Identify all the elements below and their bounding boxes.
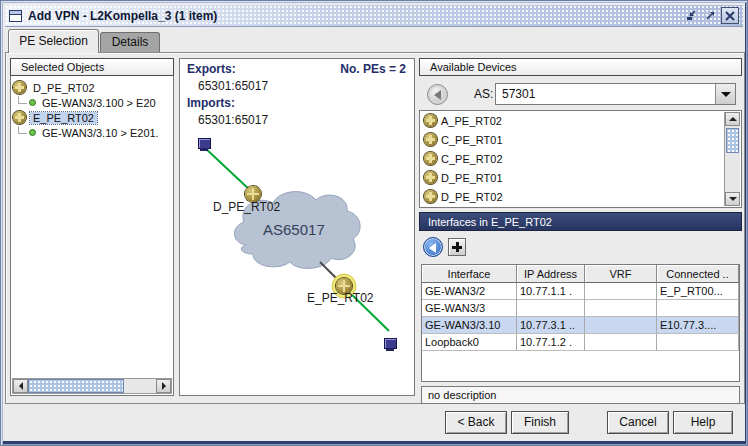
interface-icon (29, 129, 36, 136)
as-label: AS: (474, 87, 493, 101)
column-header[interactable]: VRF (585, 265, 657, 283)
scrollbar-thumb[interactable] (726, 128, 739, 153)
tab-content: Selected Objects D_PE_RT02 GE-WAN3/3.100… (5, 52, 745, 404)
move-left-button[interactable] (423, 237, 443, 257)
selected-objects-panel: Selected Objects D_PE_RT02 GE-WAN3/3.100… (10, 58, 174, 396)
interfaces-panel: Interfaces in E_PE_RT02 Interface IP Add… (419, 212, 742, 404)
ce-device-icon[interactable] (197, 138, 210, 151)
device-list-item[interactable]: C_PE_RT01 (420, 130, 741, 149)
as-combobox-value: 57301 (496, 84, 715, 104)
device-name: C_PE_RT01 (441, 134, 503, 146)
available-devices-panel: Available Devices AS: 57301 A_PE_RT02 C_… (419, 58, 742, 208)
title-bar[interactable]: Add VPN - L2Kompella_3 (1 item) (5, 5, 743, 27)
table-header-row: Interface IP Address VRF Connected .. (422, 265, 739, 283)
tree-elbow-icon (18, 96, 27, 104)
device-name: D_PE_RT01 (441, 172, 503, 184)
cell-vrf (585, 317, 657, 334)
column-header[interactable]: IP Address (517, 265, 585, 283)
cell-interface: GE-WAN3/3.10 (422, 317, 517, 334)
scroll-right-button[interactable] (156, 379, 171, 393)
combo-arrow-icon[interactable] (715, 84, 735, 104)
scroll-down-button[interactable] (725, 192, 740, 206)
table-row[interactable]: GE-WAN3/2 10.77.1.1 . E_P_RT00... (422, 283, 739, 300)
router-icon (424, 114, 437, 127)
maximize-icon (704, 9, 717, 22)
available-devices-toolbar: AS: 57301 (419, 82, 742, 106)
horizontal-scrollbar[interactable] (12, 378, 172, 394)
tree-node-label-selected: E_PE_RT02 (30, 112, 97, 124)
tree-node-d-pe-rt02[interactable]: D_PE_RT02 (13, 80, 172, 95)
close-button[interactable] (721, 7, 739, 24)
back-button[interactable]: < Back (445, 411, 507, 434)
device-list-item[interactable]: D_PE_RT02 (420, 187, 741, 206)
device-list[interactable]: A_PE_RT02 C_PE_RT01 C_PE_RT02 D_PE_RT01 … (419, 110, 742, 208)
column-header[interactable]: Interface (422, 265, 517, 283)
device-list-item[interactable]: C_PE_RT02 (420, 149, 741, 168)
scrollbar-thumb[interactable] (28, 379, 124, 393)
tab-pe-selection[interactable]: PE Selection (8, 29, 99, 53)
tree-node-e-pe-rt02[interactable]: E_PE_RT02 (13, 110, 172, 125)
device-list-item[interactable]: A_PE_RT02 (420, 111, 741, 130)
tab-pe-selection-label: PE Selection (19, 34, 88, 48)
scrollbar-track[interactable] (124, 379, 156, 393)
tree-leaf-label: GE-WAN3/3.100 > E20 (39, 97, 159, 109)
close-icon (724, 10, 736, 22)
dialog-window: Add VPN - L2Kompella_3 (1 item) (0, 0, 748, 446)
tree-node-label: D_PE_RT02 (30, 82, 98, 94)
add-interface-button[interactable] (448, 238, 466, 256)
cell-connected: E_P_RT00... (657, 283, 739, 300)
cell-connected (657, 300, 739, 317)
interface-icon (29, 99, 36, 106)
tree-leaf-interface[interactable]: GE-WAN3/3.10 > E201. (13, 125, 172, 140)
cell-connected (657, 334, 739, 351)
device-name: D_PE_RT02 (441, 191, 503, 203)
topology-panel[interactable]: Exports: 65301:65017 Imports: 65301:6501… (179, 58, 415, 396)
tree-leaf-label: GE-WAN3/3.10 > E201. (39, 127, 162, 139)
triangle-down-icon (729, 197, 737, 205)
minimize-icon (685, 9, 698, 22)
triangle-up-icon (729, 113, 737, 121)
interfaces-toolbar (419, 235, 742, 259)
window-icon (9, 10, 22, 22)
cancel-button[interactable]: Cancel (607, 411, 669, 434)
finish-button[interactable]: Finish (511, 411, 569, 434)
scroll-left-button[interactable] (13, 379, 28, 393)
cell-vrf (585, 334, 657, 351)
window-title: Add VPN - L2Kompella_3 (1 item) (28, 9, 217, 23)
as-combobox[interactable]: 57301 (495, 83, 736, 105)
cell-interface: GE-WAN3/2 (422, 283, 517, 300)
cell-connected: E10.77.3.... (657, 317, 739, 334)
cell-ip: 10.77.1.2 . (517, 334, 585, 351)
triangle-left-icon (15, 382, 23, 390)
column-header[interactable]: Connected .. (657, 265, 739, 283)
interfaces-table[interactable]: Interface IP Address VRF Connected .. GE… (421, 264, 740, 382)
router-icon (13, 111, 26, 124)
selected-objects-header: Selected Objects (10, 58, 174, 76)
pe-node-d-label: D_PE_RT02 (213, 200, 280, 214)
cell-ip: 10.77.3.1 .. (517, 317, 585, 334)
tab-details-label: Details (112, 35, 149, 49)
move-left-button-disabled[interactable] (427, 84, 448, 105)
device-list-item[interactable]: D_PE_RT01 (420, 168, 741, 187)
tree-leaf-interface[interactable]: GE-WAN3/3.100 > E20 (13, 95, 172, 110)
router-icon (424, 152, 437, 165)
ce-device-icon[interactable] (383, 338, 396, 351)
interfaces-header: Interfaces in E_PE_RT02 (419, 212, 742, 231)
scroll-up-button[interactable] (725, 112, 740, 126)
device-list-item[interactable]: E_PE_RT01 (420, 206, 741, 208)
tree-elbow-icon (18, 126, 27, 134)
cell-interface: GE-WAN3/3 (422, 300, 517, 317)
table-row[interactable]: Loopback0 10.77.1.2 . (422, 334, 739, 351)
tab-details[interactable]: Details (100, 32, 160, 52)
table-row[interactable]: GE-WAN3/3 (422, 300, 739, 317)
table-row-selected[interactable]: GE-WAN3/3.10 10.77.3.1 .. E10.77.3.... (422, 317, 739, 334)
selected-objects-tree[interactable]: D_PE_RT02 GE-WAN3/3.100 > E20 E_PE_RT02 … (10, 76, 174, 396)
minimize-button[interactable] (683, 8, 699, 24)
device-name: A_PE_RT02 (441, 115, 502, 127)
router-icon (424, 190, 437, 203)
vertical-scrollbar[interactable] (724, 112, 740, 206)
router-icon (424, 171, 437, 184)
cell-vrf (585, 300, 657, 317)
help-button[interactable]: Help (673, 411, 733, 434)
maximize-button[interactable] (702, 8, 718, 24)
